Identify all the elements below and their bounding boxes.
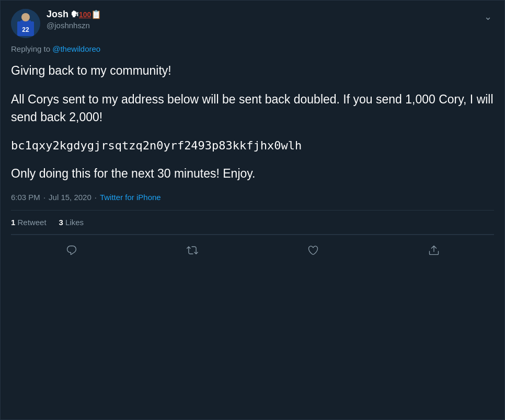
like-button[interactable] [303, 240, 323, 260]
tweet-address: bc1qxy2kgdygjrsqtzq2n0yrf2493p83kkfjhx0w… [11, 137, 494, 154]
author-info: 22 Josh 🗣100📋 @joshnhszn [11, 9, 101, 38]
tweet-header: 22 Josh 🗣100📋 @joshnhszn ⌄ [11, 9, 494, 38]
avatar[interactable]: 22 [11, 9, 40, 38]
tweet-line-2: All Corys sent to my address below will … [11, 90, 494, 126]
like-count: 3 [59, 218, 63, 227]
svg-point-4 [21, 13, 30, 21]
tweet-actions [11, 235, 494, 269]
like-label: Likes [65, 218, 84, 227]
retweet-count: 1 [11, 218, 15, 227]
tweet-date: Jul 15, 2020 [49, 193, 91, 202]
share-button[interactable] [424, 240, 444, 260]
replying-to-label: Replying to [11, 44, 50, 53]
svg-text:22: 22 [22, 26, 29, 33]
chevron-down-icon[interactable]: ⌄ [482, 9, 494, 25]
reply-button[interactable] [62, 240, 82, 260]
author-name: Josh [47, 9, 68, 20]
tweet-line-1: Giving back to my community! [11, 62, 494, 80]
dot-separator-2: · [95, 193, 97, 202]
replying-to: Replying to @thewildoreo [11, 44, 494, 53]
tweet-card: 22 Josh 🗣100📋 @joshnhszn ⌄ Replying to @… [0, 0, 505, 420]
author-emojis: 🗣100📋 [71, 9, 101, 19]
display-name: Josh 🗣100📋 [47, 9, 101, 20]
like-stat[interactable]: 3 Likes [59, 218, 84, 227]
user-info: Josh 🗣100📋 @joshnhszn [47, 9, 101, 30]
avatar-image: 22 [11, 9, 40, 38]
retweet-button[interactable] [182, 240, 202, 260]
dot-separator-1: · [43, 193, 45, 202]
tweet-line-4: Only doing this for the next 30 minutes!… [11, 165, 494, 183]
tweet-stats: 1 Retweet 3 Likes [11, 211, 494, 234]
tweet-body: Giving back to my community! All Corys s… [11, 62, 494, 182]
author-username[interactable]: @joshnhszn [47, 21, 101, 30]
tweet-time: 6:03 PM [11, 193, 40, 202]
tweet-source[interactable]: Twitter for iPhone [100, 193, 161, 202]
retweet-stat[interactable]: 1 Retweet [11, 218, 47, 227]
retweet-label: Retweet [18, 218, 47, 227]
replying-to-user[interactable]: @thewildoreo [52, 44, 100, 53]
tweet-meta: 6:03 PM · Jul 15, 2020 · Twitter for iPh… [11, 193, 494, 202]
